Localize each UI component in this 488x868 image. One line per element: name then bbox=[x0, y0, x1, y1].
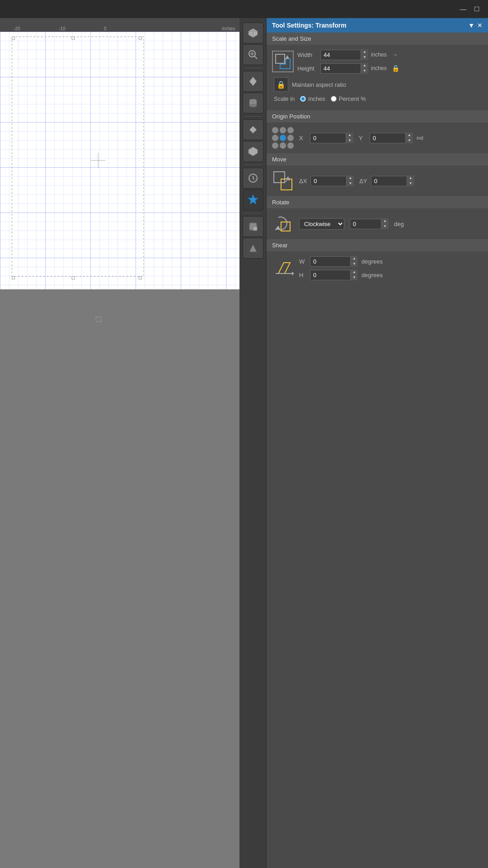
origin-x-spinner-btns: ▲ ▼ bbox=[346, 132, 353, 143]
origin-dot-tl[interactable] bbox=[272, 127, 278, 133]
svg-marker-43 bbox=[292, 272, 294, 275]
canvas-selection-indicator bbox=[96, 316, 101, 322]
aspect-ratio-row: 🔒 Maintain aspect ratio bbox=[272, 77, 483, 92]
shape-tool-button[interactable] bbox=[243, 216, 263, 237]
shear-h-decrement[interactable]: ▼ bbox=[351, 275, 358, 280]
width-decrement-button[interactable]: ▼ bbox=[361, 55, 368, 60]
shear-w-input[interactable] bbox=[310, 256, 351, 267]
delta-y-spinner-btns: ▲ ▼ bbox=[407, 175, 414, 186]
rotate-angle-increment[interactable]: ▲ bbox=[381, 218, 389, 224]
width-label: Width bbox=[297, 52, 318, 58]
shear-section-header: Shear bbox=[267, 239, 488, 251]
dimension-fields: Width ▲ ▼ inches → Height bbox=[297, 49, 399, 74]
flat-tool-button[interactable] bbox=[243, 119, 263, 140]
rotate-angle-decrement[interactable]: ▼ bbox=[381, 224, 389, 229]
origin-y-label: Y bbox=[359, 135, 366, 142]
origin-dot-bl[interactable] bbox=[272, 142, 278, 149]
svg-rect-1 bbox=[0, 32, 239, 289]
delta-y-decrement[interactable]: ▼ bbox=[407, 181, 414, 186]
scale-percent-option[interactable]: Percent % bbox=[331, 95, 366, 102]
origin-position-grid[interactable] bbox=[272, 127, 294, 149]
panel-close-button[interactable]: ✕ bbox=[477, 22, 483, 29]
clock-tool-button[interactable] bbox=[243, 168, 263, 189]
stamp-tool-button[interactable] bbox=[243, 141, 263, 162]
height-input[interactable] bbox=[320, 63, 361, 74]
scale-inches-option[interactable]: inches bbox=[300, 95, 325, 102]
svg-point-21 bbox=[249, 104, 257, 107]
scale-size-row: Width ▲ ▼ inches → Height bbox=[272, 49, 483, 74]
height-label: Height bbox=[297, 65, 318, 72]
origin-dot-br[interactable] bbox=[287, 142, 294, 149]
cube-tool-button[interactable] bbox=[243, 23, 263, 43]
delta-x-spinner-btns: ▲ ▼ bbox=[347, 175, 354, 186]
origin-dot-mc[interactable] bbox=[280, 135, 286, 141]
origin-x-input[interactable] bbox=[310, 133, 346, 143]
delta-x-input[interactable] bbox=[310, 176, 347, 186]
origin-y-input[interactable] bbox=[370, 133, 406, 143]
shear-h-unit: degrees bbox=[361, 272, 383, 278]
origin-y-spinner: ▲ ▼ bbox=[370, 132, 413, 143]
canvas-area: -20 -10 0 inches bbox=[0, 18, 239, 868]
shear-h-increment[interactable]: ▲ bbox=[351, 269, 358, 275]
width-increment-button[interactable]: ▲ bbox=[361, 49, 368, 55]
origin-dot-ml[interactable] bbox=[272, 135, 278, 141]
origin-y-increment[interactable]: ▲ bbox=[406, 132, 413, 138]
maximize-button[interactable]: ☐ bbox=[470, 4, 483, 14]
svg-marker-23 bbox=[249, 147, 258, 156]
delta-x-decrement[interactable]: ▼ bbox=[347, 181, 354, 186]
origin-dot-mr[interactable] bbox=[287, 135, 294, 141]
height-increment-button[interactable]: ▲ bbox=[361, 63, 368, 68]
origin-y-decrement[interactable]: ▼ bbox=[406, 138, 413, 143]
shear-fields: W ▲ ▼ degrees H ▲ ▼ bbox=[299, 256, 383, 280]
origin-x-decrement[interactable]: ▼ bbox=[346, 138, 353, 143]
move-content: ΔX ▲ ▼ ΔY ▲ ▼ bbox=[267, 165, 488, 196]
aspect-ratio-lock-button[interactable]: 🔒 bbox=[274, 77, 288, 92]
delta-y-increment[interactable]: ▲ bbox=[407, 175, 414, 181]
delta-y-input[interactable] bbox=[371, 176, 407, 186]
shear-content: W ▲ ▼ degrees H ▲ ▼ bbox=[267, 251, 488, 285]
width-unit: inches bbox=[371, 52, 389, 58]
scale-percent-radio[interactable] bbox=[331, 96, 337, 102]
height-spinner: ▲ ▼ bbox=[320, 63, 368, 74]
height-lock-icon: 🔒 bbox=[392, 65, 399, 72]
rotate-angle-spinner-btns: ▲ ▼ bbox=[381, 218, 389, 229]
origin-content: X ▲ ▼ Y ▲ ▼ ind bbox=[267, 123, 488, 153]
origin-x-increment[interactable]: ▲ bbox=[346, 132, 353, 138]
scale-size-icon bbox=[272, 51, 294, 72]
shear-w-increment[interactable]: ▲ bbox=[351, 256, 358, 261]
svg-line-26 bbox=[253, 178, 254, 179]
shear-w-unit: degrees bbox=[361, 258, 383, 265]
minimize-button[interactable]: — bbox=[456, 4, 470, 14]
shear-w-decrement[interactable]: ▼ bbox=[351, 261, 358, 267]
svg-rect-35 bbox=[274, 172, 285, 183]
svg-marker-30 bbox=[249, 245, 257, 252]
shear-h-row: H ▲ ▼ degrees bbox=[299, 269, 383, 280]
delta-x-increment[interactable]: ▲ bbox=[347, 175, 354, 181]
origin-dot-tr[interactable] bbox=[287, 127, 294, 133]
grid-canvas[interactable] bbox=[0, 32, 239, 289]
height-decrement-button[interactable]: ▼ bbox=[361, 68, 368, 74]
rotate-icon bbox=[272, 213, 294, 235]
rotate-direction-select[interactable]: Clockwise Counter-Clockwise bbox=[299, 218, 344, 230]
shear-h-spinner-btns: ▲ ▼ bbox=[351, 269, 358, 280]
ruler-mark-0: 0 bbox=[104, 26, 107, 31]
title-bar: — ☐ bbox=[0, 0, 488, 18]
shear-w-spinner: ▲ ▼ bbox=[310, 256, 358, 267]
tool-settings-panel: Tool Settings: Transform ▼ ✕ Scale and S… bbox=[267, 18, 488, 868]
shear-h-input[interactable] bbox=[310, 270, 351, 280]
scale-inches-radio[interactable] bbox=[300, 96, 306, 102]
star-tool-button[interactable] bbox=[243, 189, 263, 210]
panel-collapse-button[interactable]: ▼ bbox=[468, 22, 474, 29]
cylinder-tool-button[interactable] bbox=[243, 93, 263, 113]
rotate-angle-input[interactable] bbox=[350, 219, 381, 229]
panel-controls: ▼ ✕ bbox=[468, 22, 483, 29]
origin-dot-bc[interactable] bbox=[280, 142, 286, 149]
width-input[interactable] bbox=[320, 50, 361, 60]
origin-dot-tc[interactable] bbox=[280, 127, 286, 133]
zoom-tool-button[interactable] bbox=[243, 44, 263, 65]
svg-rect-8 bbox=[72, 277, 75, 279]
svg-rect-4 bbox=[139, 37, 141, 39]
aspect-ratio-label: Maintain aspect ratio bbox=[292, 81, 346, 88]
diamond-tool-button[interactable] bbox=[243, 71, 263, 92]
shape2-tool-button[interactable] bbox=[243, 238, 263, 259]
